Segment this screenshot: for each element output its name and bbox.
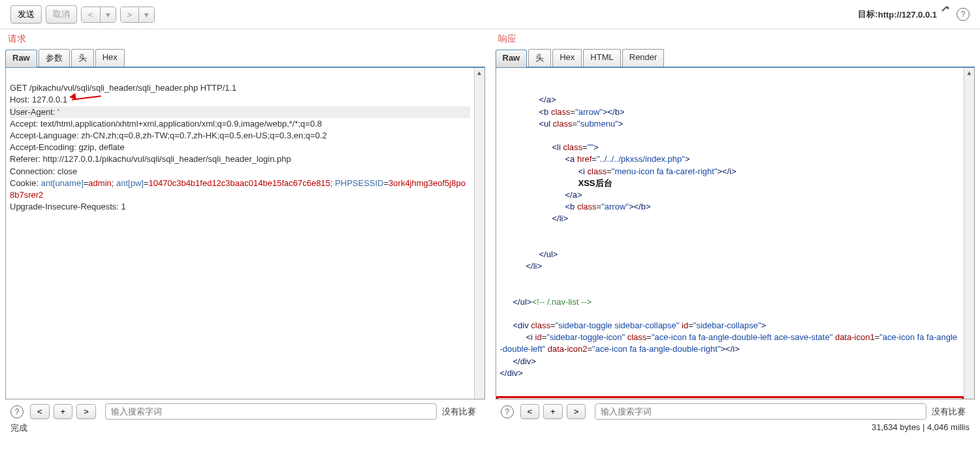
sql-error-box: You have an error in your SQL syntax; ch… [496,396,964,399]
req-line-ua: User-Agent: ' [10,106,470,118]
response-editor-wrap: </a> <b class="arrow"></b> <ul class="su… [496,68,975,399]
scroll-up-icon: ▲ [476,69,482,76]
panes: 请求 Raw 参数 头 Hex GET /pikachu/vul/sqli/sq… [0,29,980,421]
response-pane: 响应 Raw 头 Hex HTML Render </a> <b class="… [496,29,975,421]
next-button[interactable]: > [121,7,140,22]
search-next-button[interactable]: > [567,404,586,419]
help-icon[interactable]: ? [10,405,24,418]
response-title: 响应 [498,33,975,45]
search-add-button[interactable]: + [54,404,73,419]
request-search-input[interactable] [105,403,437,420]
edit-target-icon[interactable] [941,9,951,20]
request-scrollbar[interactable]: ▲ [474,68,484,399]
status-left: 完成 [10,422,27,434]
req-line: Host: 127.0.0.1 [10,95,67,104]
tab-headers[interactable]: 头 [71,49,94,67]
request-pane: 请求 Raw 参数 头 Hex GET /pikachu/vul/sqli/sq… [5,29,485,421]
tab-raw[interactable]: Raw [5,50,37,67]
no-match-label: 没有比赛 [442,406,480,418]
tab-params[interactable]: 参数 [39,49,70,67]
req-line: Accept-Encoding: gzip, deflate [10,142,125,152]
help-icon[interactable]: ? [956,8,970,21]
search-add-button[interactable]: + [543,404,563,419]
target-value: http://127.0.0.1 [878,10,937,20]
req-line: Connection: close [10,166,77,176]
prev-dropdown[interactable]: ▾ [101,7,116,22]
request-bottom-bar: ? < + > 没有比赛 [5,399,485,421]
request-tabs: Raw 参数 头 Hex [5,49,485,68]
req-line: Accept: text/html,application/xhtml+xml,… [10,119,322,129]
history-next-group: > ▾ [120,7,155,23]
scroll-up-icon: ▲ [966,69,973,76]
response-tabs: Raw 头 Hex HTML Render [496,49,975,68]
no-match-label: 没有比赛 [932,406,970,418]
target-display: 目标: http://127.0.0.1 ? [858,8,970,21]
tab-render[interactable]: Render [622,49,665,67]
request-editor[interactable]: GET /pikachu/vul/sqli/sqli_header/sqli_h… [6,68,474,399]
search-prev-button[interactable]: < [520,404,540,419]
request-editor-wrap: GET /pikachu/vul/sqli/sqli_header/sqli_h… [5,68,485,399]
next-dropdown[interactable]: ▾ [139,7,154,22]
search-prev-button[interactable]: < [30,404,50,419]
top-toolbar: 发送 取消 < ▾ > ▾ 目标: http://127.0.0.1 ? [0,0,980,29]
status-bar: 完成 31,634 bytes | 4,046 millis [0,421,980,439]
help-icon[interactable]: ? [501,405,514,418]
search-next-button[interactable]: > [76,404,96,419]
tab-hex[interactable]: Hex [552,49,582,67]
response-search-input[interactable] [595,403,926,420]
history-prev-group: < ▾ [81,7,116,23]
tab-headers[interactable]: 头 [528,49,551,67]
tab-html[interactable]: HTML [583,49,620,67]
tab-hex[interactable]: Hex [95,49,125,67]
req-line: Upgrade-Insecure-Requests: 1 [10,202,126,211]
response-editor[interactable]: </a> <b class="arrow"></b> <ul class="su… [496,68,964,399]
req-cookie-line: Cookie: ant[uname]=admin; ant[pw]=10470c… [10,178,466,200]
req-line: GET /pikachu/vul/sqli/sqli_header/sqli_h… [10,83,236,93]
req-line: Referer: http://127.0.0.1/pikachu/vul/sq… [10,154,291,164]
response-bottom-bar: ? < + > 没有比赛 [496,399,975,421]
cancel-button[interactable]: 取消 [46,5,77,23]
request-title: 请求 [8,33,485,45]
target-label: 目标: [858,8,877,20]
prev-button[interactable]: < [82,7,101,22]
response-scrollbar[interactable]: ▲ [964,68,974,399]
tab-raw[interactable]: Raw [496,50,528,67]
status-right: 31,634 bytes | 4,046 millis [872,422,970,434]
send-button[interactable]: 发送 [10,5,42,23]
req-line: Accept-Language: zh-CN,zh;q=0.8,zh-TW;q=… [10,131,327,140]
